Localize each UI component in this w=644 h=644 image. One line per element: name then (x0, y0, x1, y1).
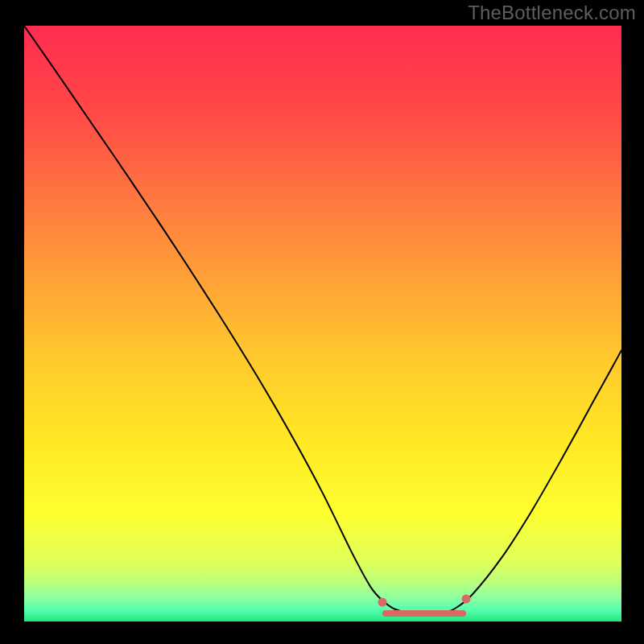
bottleneck-curve (24, 26, 621, 621)
plot-area (24, 26, 621, 621)
optimal-range-bar (382, 610, 466, 617)
optimal-marker-left (378, 597, 387, 606)
watermark-text: TheBottleneck.com (468, 2, 636, 24)
optimal-marker-right (462, 594, 471, 603)
chart-frame: TheBottleneck.com (0, 0, 644, 644)
